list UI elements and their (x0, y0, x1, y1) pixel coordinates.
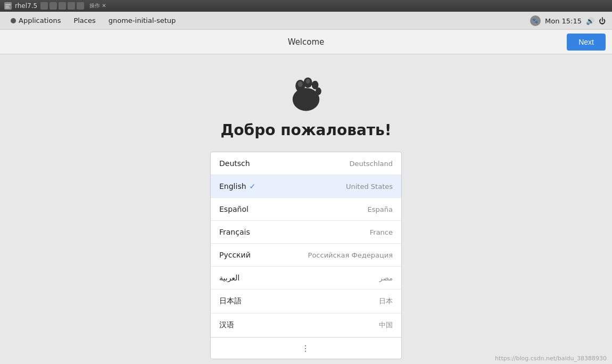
svg-rect-1 (5, 4, 11, 5)
lang-name: Deutsch (219, 159, 250, 168)
svg-rect-3 (5, 7, 10, 9)
lang-name: Русский (219, 251, 251, 259)
menubar: Applications Places gnome-initial-setup (0, 12, 612, 30)
gnome-initial-setup-menu[interactable]: gnome-initial-setup (102, 13, 183, 28)
power-icon[interactable]: ⏻ (599, 17, 606, 25)
window-icon (4, 2, 12, 10)
gnome-initial-setup-label: gnome-initial-setup (109, 16, 176, 24)
titlebar: rhel7.5 操作 ✕ (0, 0, 612, 12)
language-row[interactable]: EspañolEspaña (211, 198, 401, 221)
lang-region: France (370, 228, 393, 236)
applications-menu[interactable]: Applications (4, 13, 67, 28)
system-tray: 🐾 Mon 15:15 🔊 ⏻ (524, 12, 612, 30)
fullscreen-btn[interactable] (68, 2, 75, 10)
watermark: https://blog.csdn.net/baidu_38388930 (495, 355, 607, 362)
lang-name-group: Français (219, 228, 250, 236)
places-menu[interactable]: Places (67, 13, 102, 28)
language-row[interactable]: 汉语中国 (211, 313, 401, 337)
places-label: Places (73, 16, 95, 24)
more-languages-button[interactable]: ⋮ (211, 337, 401, 359)
headerbar: Welcome Next (0, 30, 612, 54)
main-content: Добро пожаловать! DeutschDeutschlandEngl… (0, 54, 612, 364)
lang-name-group: English✓ (219, 182, 255, 191)
svg-point-9 (298, 81, 303, 87)
svg-rect-2 (5, 6, 9, 7)
clock: Mon 15:15 (545, 17, 582, 25)
lang-name: Français (219, 228, 250, 236)
lang-name-group: العربية (219, 274, 239, 282)
volume-icon[interactable]: 🔊 (586, 17, 594, 25)
chinese-controls-label: 操作 ✕ (89, 2, 106, 10)
lang-name-group: 日本語 (219, 296, 242, 306)
gnome-logo (282, 65, 330, 113)
svg-point-10 (306, 79, 310, 84)
lang-region: United States (346, 183, 393, 191)
check-icon: ✓ (250, 182, 256, 191)
lang-name: English (219, 182, 246, 191)
lang-name-group: Deutsch (219, 159, 250, 168)
window-title: rhel7.5 (15, 2, 37, 10)
window-controls (40, 2, 84, 10)
lang-name: 汉语 (219, 320, 234, 330)
language-row[interactable]: DeutschDeutschland (211, 152, 401, 175)
lang-name: العربية (219, 274, 239, 282)
restore-btn[interactable] (59, 2, 66, 10)
language-row[interactable]: English✓United States (211, 175, 401, 198)
lang-region: Российская Федерация (308, 251, 393, 259)
minimize-btn[interactable] (40, 2, 48, 10)
lang-region: مصر (379, 274, 393, 282)
language-row[interactable]: FrançaisFrance (211, 221, 401, 244)
next-button[interactable]: Next (567, 34, 606, 51)
language-row[interactable]: РусскийРоссийская Федерация (211, 244, 401, 267)
lang-name-group: 汉语 (219, 320, 234, 330)
language-row[interactable]: 日本語日本 (211, 289, 401, 313)
welcome-heading: Добро пожаловать! (220, 121, 391, 139)
svg-point-4 (293, 88, 319, 111)
language-row[interactable]: العربيةمصر (211, 267, 401, 289)
language-list: DeutschDeutschlandEnglish✓United StatesE… (210, 152, 402, 359)
menu-btn[interactable] (77, 2, 84, 10)
applications-icon (11, 18, 16, 23)
lang-region: España (368, 205, 393, 213)
maximize-btn[interactable] (49, 2, 57, 10)
applications-label: Applications (19, 16, 61, 24)
page-title: Welcome (288, 37, 325, 47)
lang-region: 日本 (379, 296, 393, 306)
lang-name: 日本語 (219, 296, 242, 306)
lang-region: Deutschland (349, 160, 393, 168)
svg-point-8 (316, 87, 321, 95)
lang-region: 中国 (379, 320, 393, 330)
lang-name-group: Русский (219, 251, 251, 259)
user-avatar: 🐾 (530, 15, 541, 26)
lang-name: Español (219, 205, 249, 213)
lang-name-group: Español (219, 205, 249, 213)
